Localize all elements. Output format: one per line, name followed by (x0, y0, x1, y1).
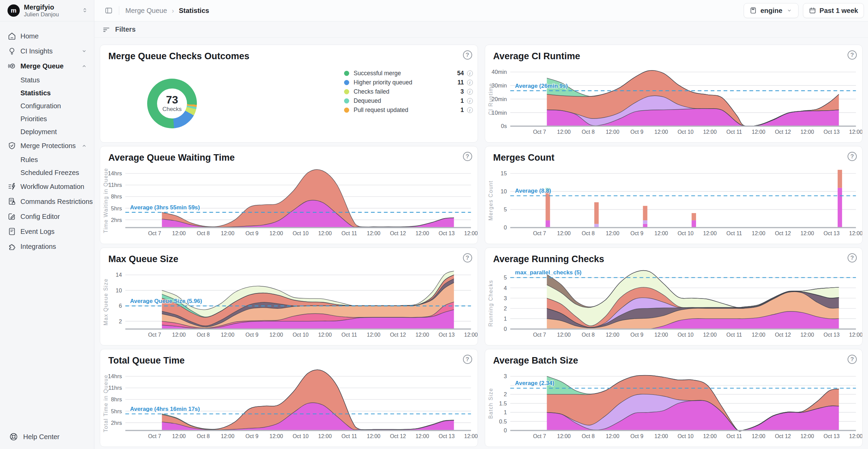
sidebar-item-scheduled-freezes[interactable]: Scheduled Freezes (0, 166, 94, 179)
svg-text:Oct 11: Oct 11 (726, 230, 742, 236)
mergify-logo: m (7, 4, 20, 17)
sidebar-item-rules[interactable]: Rules (0, 153, 94, 166)
svg-text:12:00: 12:00 (654, 433, 668, 439)
info-icon[interactable]: i (467, 89, 473, 95)
bar-segment[interactable] (594, 224, 599, 228)
card-title: Merge Queue Checks Outcomes (108, 51, 249, 62)
chevron-up-icon[interactable] (80, 62, 88, 70)
sidebar-item-label: Statistics (20, 89, 51, 97)
svg-text:40min: 40min (492, 69, 507, 75)
sidebar-item-config-editor[interactable]: Config Editor (0, 209, 94, 224)
bar-segment[interactable] (594, 202, 599, 224)
bar-segment[interactable] (692, 220, 696, 227)
svg-text:14: 14 (116, 272, 122, 278)
sidebar-item-statistics[interactable]: Statistics (0, 86, 94, 99)
filter-icon[interactable] (102, 26, 110, 34)
svg-text:12:00: 12:00 (703, 433, 716, 439)
sidebar-item-merge-queue[interactable]: Merge Queue (0, 59, 94, 74)
legend-item-pull-request-updated[interactable]: Pull request updated 1 i (344, 106, 473, 115)
svg-text:12:00: 12:00 (800, 332, 814, 338)
repository-select-button[interactable]: engine (744, 3, 798, 18)
sidebar-item-priorities[interactable]: Priorities (0, 112, 94, 125)
sidebar-item-event-logs[interactable]: Event Logs (0, 224, 94, 239)
bar-segment[interactable] (837, 188, 842, 228)
sidebar-toggle-icon[interactable] (105, 6, 113, 15)
svg-text:Oct 8: Oct 8 (582, 332, 594, 338)
svg-text:12:00: 12:00 (606, 433, 619, 439)
sidebar-item-label: Deployment (20, 128, 57, 136)
legend-item-successful-merge[interactable]: Successful merge 54 i (344, 69, 473, 78)
legend-item-checks-failed[interactable]: Checks failed 3 i (344, 87, 473, 96)
help-icon[interactable]: ? (848, 355, 857, 364)
legend-color-dot (344, 89, 349, 94)
bar-segment[interactable] (837, 170, 842, 188)
donut-total: 73 (166, 94, 178, 106)
chevron-down-icon[interactable] (80, 47, 88, 55)
divider (119, 6, 119, 15)
svg-text:12:00: 12:00 (416, 433, 429, 439)
y-axis-name: Batch Size (487, 388, 493, 419)
legend-value: 3 (461, 88, 464, 95)
sidebar-item-status[interactable]: Status (0, 74, 94, 86)
time-range-button[interactable]: Past 1 week (803, 3, 864, 18)
svg-text:1.5: 1.5 (499, 400, 507, 406)
filters-label[interactable]: Filters (115, 26, 136, 33)
filters-bar: Filters (94, 21, 868, 38)
svg-text:12:00: 12:00 (800, 129, 814, 135)
svg-text:12:00: 12:00 (849, 332, 862, 338)
legend-label: Dequeued (354, 97, 381, 105)
sidebar-item-commands-restrictions[interactable]: Commands Restrictions (0, 194, 94, 209)
bar-segment[interactable] (545, 220, 550, 227)
donut-caption: Checks (162, 106, 182, 113)
help-icon[interactable]: ? (463, 50, 472, 60)
legend-item-dequeued[interactable]: Dequeued 1 i (344, 96, 473, 106)
sidebar-item-deployment[interactable]: Deployment (0, 125, 94, 138)
chart-card-outcomes: Merge Queue Checks Outcomes ? 73 Checks … (100, 45, 478, 143)
bar-segment[interactable] (643, 224, 647, 228)
sidebar-item-ci-insights[interactable]: CI Insights (0, 44, 94, 59)
bar-segment[interactable] (643, 220, 647, 224)
y-axis-name: Time Waiting in Queue (103, 168, 109, 233)
svg-text:12:00: 12:00 (557, 230, 571, 236)
svg-text:12:00: 12:00 (703, 230, 716, 236)
bar-segment[interactable] (692, 213, 696, 220)
svg-text:12:00: 12:00 (464, 332, 478, 338)
sidebar-item-label: Workflow Automation (20, 183, 84, 191)
legend-item-higher-priority-queued[interactable]: Higher priority queued 11 i (344, 78, 473, 87)
legend-label: Successful merge (354, 70, 401, 77)
area-magenta (162, 403, 454, 430)
svg-text:12:00: 12:00 (221, 332, 234, 338)
chevron-up-icon[interactable] (80, 142, 88, 149)
svg-text:12:00: 12:00 (606, 230, 619, 236)
card-title: Merges Count (493, 153, 555, 163)
chevron-up-down-icon[interactable] (81, 6, 89, 15)
help-icon[interactable]: ? (463, 152, 472, 161)
info-icon[interactable]: i (467, 70, 473, 76)
help-icon[interactable]: ? (463, 253, 472, 262)
help-icon[interactable]: ? (848, 152, 857, 161)
help-icon[interactable]: ? (848, 253, 857, 262)
donut-legend: Successful merge 54 i Higher priority qu… (344, 69, 473, 115)
sidebar-item-configuration[interactable]: Configuration (0, 99, 94, 112)
info-icon[interactable]: i (467, 80, 473, 85)
card-title: Max Queue Size (108, 254, 179, 264)
checks-outcomes-donut[interactable]: 73 Checks (147, 79, 197, 128)
help-icon[interactable]: ? (463, 355, 472, 364)
sidebar-item-merge-protections[interactable]: Merge Protections (0, 138, 94, 153)
breadcrumb-merge-queue[interactable]: Merge Queue (125, 7, 167, 15)
info-icon[interactable]: i (467, 107, 473, 113)
legend-color-dot (344, 108, 349, 113)
sidebar-item-integrations[interactable]: Integrations (0, 239, 94, 254)
sidebar-item-workflow-automation[interactable]: Workflow Automation (0, 179, 94, 194)
org-switcher[interactable]: m Mergifyio Julien Danjou (0, 0, 94, 21)
chart-card-max_queue_size: Max Queue Size ?261014Oct 712:00Oct 812:… (100, 247, 478, 346)
sidebar-item-home[interactable]: Home (0, 29, 94, 44)
svg-text:Oct 13: Oct 13 (439, 230, 455, 236)
chart-card-running_checks: Average Running Checks ?012345Oct 712:00… (485, 247, 863, 346)
bar-segment[interactable] (643, 206, 647, 220)
svg-text:12:00: 12:00 (849, 230, 862, 236)
info-icon[interactable]: i (467, 98, 473, 104)
svg-text:12:00: 12:00 (318, 433, 332, 439)
help-center-link[interactable]: Help Center (0, 429, 94, 444)
help-icon[interactable]: ? (848, 50, 857, 60)
